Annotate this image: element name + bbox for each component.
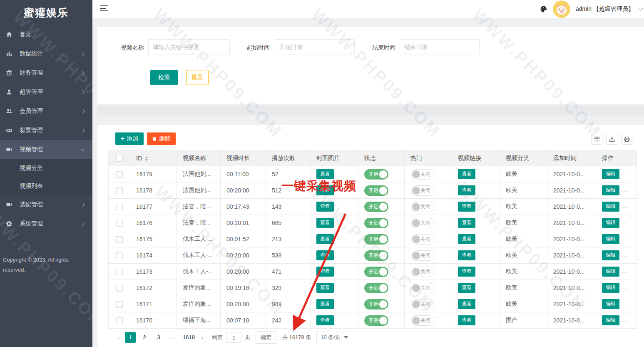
theme-palette-icon[interactable]: [540, 5, 547, 13]
edit-button[interactable]: 编辑: [602, 202, 619, 212]
delete-button[interactable]: 删除: [147, 132, 176, 145]
status-toggle[interactable]: 开启: [364, 234, 388, 245]
sidebar-item-system[interactable]: 系统管理: [0, 214, 92, 233]
status-toggle[interactable]: 开启: [364, 299, 388, 310]
cover-view-button[interactable]: 查看: [316, 283, 334, 293]
edit-button[interactable]: 编辑: [602, 169, 619, 179]
edit-button[interactable]: 编辑: [602, 250, 619, 260]
sidebar-item-members[interactable]: 会员管理: [0, 102, 92, 121]
prev-page-icon[interactable]: ‹: [114, 334, 123, 341]
sidebar-item-superadmin[interactable]: 超管管理: [0, 82, 92, 102]
hot-toggle[interactable]: 关闭: [410, 267, 435, 277]
goto-confirm-button[interactable]: 确定: [256, 331, 276, 344]
link-view-button[interactable]: 查看: [458, 299, 475, 309]
row-checkbox[interactable]: [116, 187, 123, 194]
status-toggle[interactable]: 开启: [364, 169, 388, 180]
hot-toggle[interactable]: 关闭: [410, 202, 435, 212]
row-checkbox[interactable]: [116, 171, 123, 178]
user-dropdown[interactable]: admin 【超级管理员】: [576, 5, 634, 13]
status-toggle[interactable]: 开启: [364, 202, 388, 212]
column-header[interactable]: ID: [130, 150, 177, 166]
sidebar-item-home[interactable]: 首页: [0, 25, 92, 44]
edit-button[interactable]: 编辑: [602, 283, 619, 293]
link-view-button[interactable]: 查看: [458, 283, 475, 293]
column-filter-icon[interactable]: [592, 134, 602, 145]
reset-button[interactable]: 重置: [186, 70, 209, 85]
cell-hot: 关闭: [405, 247, 452, 264]
export-icon[interactable]: [607, 134, 617, 145]
edit-button[interactable]: 编辑: [602, 218, 619, 228]
cover-view-button[interactable]: 查看: [316, 202, 334, 212]
hot-toggle[interactable]: 关闭: [410, 218, 435, 228]
row-checkbox[interactable]: [116, 220, 123, 227]
hot-toggle[interactable]: 关闭: [410, 283, 435, 293]
sidebar-item-concubine[interactable]: 选妃管理: [0, 195, 92, 214]
hot-toggle[interactable]: 关闭: [410, 169, 435, 180]
edit-button[interactable]: 编辑: [602, 315, 619, 325]
hot-toggle[interactable]: 关闭: [410, 250, 435, 261]
link-view-button[interactable]: 查看: [458, 315, 475, 325]
row-checkbox[interactable]: [116, 301, 123, 308]
cover-view-button[interactable]: 查看: [316, 299, 334, 309]
row-checkbox[interactable]: [116, 317, 123, 324]
hamburger-menu-icon[interactable]: [100, 5, 109, 13]
cover-view-button[interactable]: 查看: [316, 315, 334, 325]
edit-button[interactable]: 编辑: [602, 234, 619, 244]
cell-cover: 查看: [311, 296, 358, 312]
link-view-button[interactable]: 查看: [458, 250, 475, 260]
select-all-checkbox[interactable]: [116, 155, 123, 162]
search-button[interactable]: 检索: [150, 70, 178, 85]
status-toggle[interactable]: 开启: [364, 267, 388, 277]
page-number-2[interactable]: 2: [139, 332, 150, 343]
page-number-1[interactable]: 1: [125, 332, 136, 343]
status-toggle[interactable]: 开启: [364, 185, 388, 196]
cover-view-button[interactable]: 查看: [316, 169, 334, 179]
cover-view-button[interactable]: 查看: [316, 185, 334, 195]
hot-toggle[interactable]: 关闭: [410, 299, 435, 310]
row-checkbox[interactable]: [116, 285, 123, 292]
link-view-button[interactable]: 查看: [458, 218, 475, 228]
video-name-input[interactable]: [148, 39, 230, 55]
link-view-button[interactable]: 查看: [458, 185, 475, 195]
hot-toggle[interactable]: 关闭: [410, 315, 435, 326]
edit-button[interactable]: 编辑: [602, 185, 619, 195]
cover-view-button[interactable]: 查看: [316, 250, 334, 260]
sidebar-item-video[interactable]: 视频管理: [0, 140, 92, 159]
column-header: 视频分类: [500, 150, 547, 166]
link-view-button[interactable]: 查看: [458, 267, 475, 277]
sidebar-item-finance[interactable]: 财务管理: [0, 63, 92, 82]
row-checkbox[interactable]: [116, 269, 123, 275]
status-toggle[interactable]: 开启: [364, 250, 388, 261]
page-number-1618[interactable]: 1618: [182, 332, 196, 343]
row-checkbox[interactable]: [116, 204, 123, 210]
status-toggle[interactable]: 开启: [364, 283, 388, 293]
status-toggle[interactable]: 开启: [364, 315, 388, 326]
add-button[interactable]: + 添加: [115, 132, 144, 145]
page-size-select[interactable]: 10 条/页: [316, 332, 352, 343]
next-page-icon[interactable]: ›: [198, 334, 207, 341]
user-avatar[interactable]: [553, 0, 570, 18]
start-date-input[interactable]: [275, 39, 355, 55]
cover-view-button[interactable]: 查看: [316, 218, 334, 228]
row-checkbox[interactable]: [116, 236, 123, 243]
link-view-button[interactable]: 查看: [458, 169, 475, 179]
link-view-button[interactable]: 查看: [458, 234, 475, 244]
edit-button[interactable]: 编辑: [602, 267, 619, 277]
page-number-3[interactable]: 3: [153, 332, 164, 343]
sidebar-subitem-video-list[interactable]: 视频列表: [0, 177, 92, 195]
edit-button[interactable]: 编辑: [602, 299, 619, 309]
sort-icon[interactable]: [145, 156, 148, 161]
hot-toggle[interactable]: 关闭: [410, 234, 435, 245]
link-view-button[interactable]: 查看: [458, 202, 475, 212]
cover-view-button[interactable]: 查看: [316, 234, 334, 244]
print-icon[interactable]: [622, 134, 632, 145]
row-checkbox[interactable]: [116, 252, 123, 259]
end-date-input[interactable]: [400, 39, 480, 55]
cover-view-button[interactable]: 查看: [316, 267, 334, 277]
goto-page-input[interactable]: [226, 332, 241, 343]
sidebar-item-lottery[interactable]: 彩票管理: [0, 121, 92, 140]
hot-toggle[interactable]: 关闭: [410, 185, 435, 196]
sidebar-item-stats[interactable]: 数据统计: [0, 44, 92, 63]
status-toggle[interactable]: 开启: [364, 218, 388, 228]
sidebar-subitem-video-category[interactable]: 视频分类: [0, 159, 92, 177]
